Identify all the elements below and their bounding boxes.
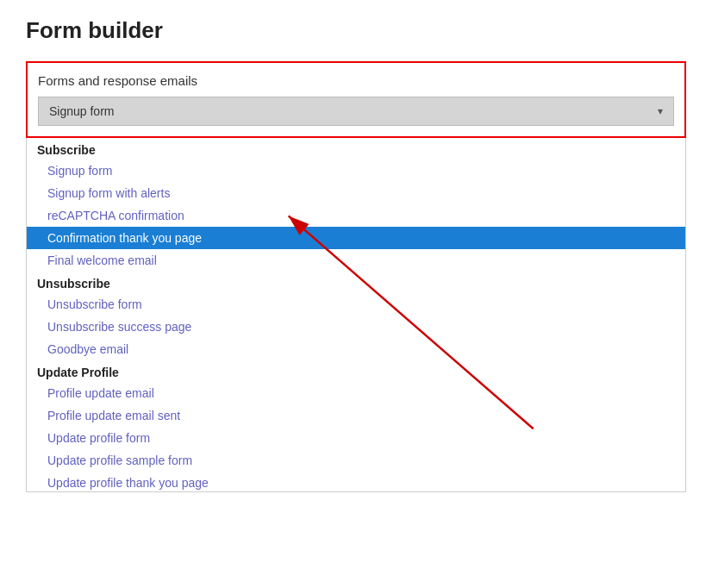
list-item[interactable]: Goodbye email xyxy=(27,338,685,360)
group-header: Update Profile xyxy=(27,360,685,382)
section-title: Forms and response emails xyxy=(38,73,674,88)
group-header: Unsubscribe xyxy=(27,272,685,293)
form-list-container: SubscribeSignup formSignup form with ale… xyxy=(26,138,686,492)
chevron-down-icon: ▾ xyxy=(658,105,663,117)
group-header: Subscribe xyxy=(27,138,685,160)
list-item[interactable]: Signup form with alerts xyxy=(27,182,685,204)
list-item[interactable]: Profile update email xyxy=(27,382,685,404)
dropdown-label: Signup form xyxy=(49,104,114,118)
forms-response-box: Forms and response emails Signup form ▾ xyxy=(26,61,686,138)
list-item[interactable]: Final welcome email xyxy=(27,249,685,272)
list-item[interactable]: reCAPTCHA confirmation xyxy=(27,204,685,227)
signup-form-dropdown[interactable]: Signup form ▾ xyxy=(38,97,674,126)
list-item[interactable]: Confirmation thank you page xyxy=(27,227,685,249)
page-title: Form builder xyxy=(26,17,686,44)
list-item[interactable]: Update profile thank you page xyxy=(27,472,685,491)
list-item[interactable]: Update profile sample form xyxy=(27,449,685,472)
form-list-scroll[interactable]: SubscribeSignup formSignup form with ale… xyxy=(27,138,685,491)
list-item[interactable]: Update profile form xyxy=(27,427,685,449)
list-item[interactable]: Signup form xyxy=(27,160,685,182)
list-item[interactable]: Unsubscribe success page xyxy=(27,316,685,338)
list-item[interactable]: Profile update email sent xyxy=(27,404,685,427)
list-item[interactable]: Unsubscribe form xyxy=(27,293,685,316)
